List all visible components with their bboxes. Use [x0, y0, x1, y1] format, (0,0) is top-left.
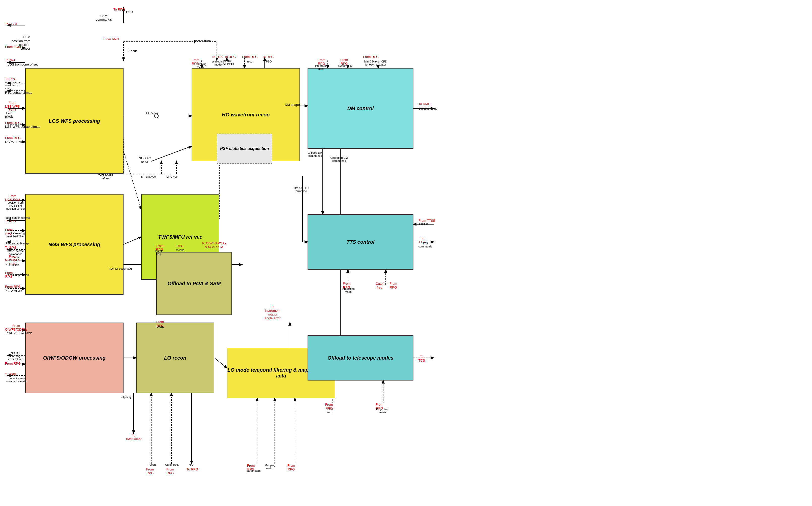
ncpa-ref-ngs-label: NCPA ref vec	[6, 289, 22, 292]
oiwfs-label: OIWFS/ODGW processing	[43, 355, 106, 361]
ngs-fsm-pos-label: position fromNGS FSM position sensor	[6, 201, 26, 210]
from-lgs-ccd-label: FromLGS WFSCCD	[5, 101, 20, 112]
to-rpg-noise-ngs-label: To RPG	[5, 246, 17, 249]
cutoff-freq-tel-label: Cutofffreq.	[326, 408, 333, 414]
params-lo-label: parameters	[247, 469, 261, 472]
scalloping-recon-label: scallopingrecon	[194, 63, 207, 69]
lgs-pixels-label: LGSpixels	[5, 111, 13, 118]
ncpa-ref-vec-label: NCPA ref vec	[5, 140, 24, 144]
from-ngs-fsm-label: FromNGS FSM	[5, 194, 20, 201]
twfs-label: TWFS/MFU ref vec	[158, 234, 202, 240]
recons-poa-label: recons	[176, 248, 184, 251]
from-rpg-oiwfs-label: From RPG	[5, 362, 21, 365]
proj-matrix-tts-label: Projectionmatrix	[342, 287, 355, 293]
ngs-wfs-label: NGS WFS processing	[49, 242, 100, 247]
tts-control-label: TTS control	[346, 239, 374, 245]
psf-stats-block: PSF statistics acquisition	[217, 134, 272, 164]
dm-commands-label: DM commands	[418, 107, 437, 110]
ngs-pixels-label: NGS pixels	[6, 263, 19, 266]
unclipped-dm-label: Unclipped DMcommands	[330, 156, 348, 162]
rtc-subap-ngs-label: RTC subap bitmap	[6, 242, 29, 245]
pupil-matched-filter-label: pupil centeringmatched filter	[6, 232, 26, 238]
mapping-matrix-label: Mappingmatrix	[265, 463, 275, 470]
lo-recon-label: LO recon	[164, 355, 186, 361]
lgs-trombone-label: LGS trombone offset	[8, 63, 38, 66]
psd-label-2: PSD	[266, 60, 272, 63]
from-rpg-cutoff-lo-label: FromRPG	[166, 468, 174, 475]
from-rpg-ncpa-label: From RPG	[5, 136, 21, 140]
dm-shape-label: DM shape	[285, 103, 300, 107]
from-rpg-minmax-label: From RPG	[363, 55, 379, 59]
oiwfs-block: OIWFS/ODGW processing	[25, 323, 124, 393]
clipped-dm-label: Clipped DMcommands	[308, 151, 323, 157]
from-rpg-mapping-label: FromRPG	[288, 463, 295, 471]
to-rpg-lo-label: To RPG	[186, 468, 198, 471]
lo-recon-block: LO recon	[136, 323, 214, 393]
dm-actu-lo-label: DM actu LOerror vec	[293, 186, 310, 192]
lgs-ao-label: LGS AO	[146, 111, 158, 115]
to-tcs-pupil-label: To TCS	[5, 219, 16, 223]
from-rpg-cutoff-tts2-label: FromRPG	[390, 282, 397, 289]
to-tcs-label-1: To TCS	[212, 55, 223, 59]
system-flat-label: System Flat	[338, 64, 352, 67]
tts-control-block: TTS control	[308, 214, 413, 270]
svg-line-62	[214, 358, 227, 368]
offload-poa-block: Offload to POA & SSM	[156, 252, 232, 315]
to-dme-label: To DME	[418, 102, 430, 106]
noise-inv-oiwfs-label: noise inversecovariance matrix	[6, 377, 28, 383]
cutoff-lo-label: Cutoff freq.	[165, 463, 179, 466]
to-rpg-r0-label: To RPG	[224, 55, 236, 59]
noise-inv-cov-label: noise inversecovariance matrix	[5, 81, 26, 90]
offload-telescope-label: Offload to telescope modes	[327, 355, 394, 361]
fsm-commands-label: FSMcommands	[96, 14, 112, 21]
to-tcs-telescope-label: ToTCS	[418, 355, 425, 362]
fsm-position-label: FSMposition fromposition sensor	[10, 35, 30, 51]
lgs-wfs-label: LGS WFS processing	[49, 118, 100, 124]
integrator-gain-label: integratorgain	[315, 64, 327, 70]
svg-line-37	[124, 237, 141, 244]
recon-label-1: recon	[247, 60, 254, 63]
to-ncp-label: To NCP	[5, 58, 16, 62]
lgs-wfs-subap-label: LGS WFS subap bitmap	[5, 125, 40, 129]
to-rpg-psd-label: To RPG	[262, 55, 274, 59]
to-rpg-oiwfs-label: To RPG	[5, 372, 17, 376]
tts-position-label: position	[419, 222, 428, 225]
from-rpg-recon-label: From RPG	[242, 55, 258, 59]
tip-tilt-label: Tip/Tilt/Focus/Astig	[108, 267, 132, 270]
from-rpg-subap-ngs-label: FromRPG	[5, 271, 13, 278]
twfs-mfu-ref-label: TWFS/MFUref vec	[98, 174, 113, 180]
from-oiwfs-odgw-label: FromOIWFS/ODGW	[5, 324, 27, 331]
psf-stats-label: PSF statistics acquisition	[220, 146, 269, 151]
oiwfs-pixels-label: OIWFS/ODGW pixels	[6, 331, 32, 334]
tts-commands-label: TTScommands	[418, 242, 432, 248]
pupil-centering-label: pupil centering error	[6, 216, 30, 219]
to-instrument-rotator-label: ToInstrumentrotatorangle error	[265, 305, 280, 320]
rtc-subap-label-1: RTC subap bitmap	[5, 91, 32, 94]
to-lgsf-label: To LGSF	[5, 22, 18, 26]
ellipticity-label: ellipticity	[121, 396, 132, 399]
focus-label: Focus	[129, 49, 137, 53]
dm-control-label: DM control	[347, 106, 374, 111]
dm-control-block: DM control	[308, 68, 413, 149]
from-rpg-ncpa-ngs-label: From RPG	[5, 285, 21, 288]
psd-label-1: PSD	[126, 10, 133, 14]
to-oiwfs-poa-label: To OIWFS POAs& NGS SSM	[202, 241, 226, 249]
lgs-wfs-block: LGS WFS processing	[25, 68, 124, 174]
mf-drift-vec-label: MF drift vec	[141, 175, 156, 178]
recon-lo-label: recon	[149, 463, 156, 466]
cutoff-freq-poa-label: Cutofffreq.	[155, 249, 163, 256]
to-instrument-label: ToInstrument	[126, 433, 142, 441]
proj-matrix-tel-label: Projectionmatrix	[376, 408, 389, 414]
from-rpg-lo-recon-label: FromRPG	[146, 468, 154, 475]
from-rpg-label-1: From RPG	[103, 37, 119, 41]
ncpa-pointing-label: NCPA + pointingerror ref vec	[6, 351, 26, 361]
psd-lo-label: PSD	[188, 463, 193, 466]
svg-line-12	[151, 146, 191, 161]
ho-recon-label: HO wavefront recon	[222, 112, 270, 118]
rpg-recons-poa-label: RPG	[176, 244, 183, 248]
from-rpg-subap-label: From RPG	[5, 121, 21, 125]
parameters-label: parameters	[194, 39, 211, 43]
to-rpg-covariance-label: To RPG	[5, 77, 17, 81]
from-ttse-label: From TTSE	[418, 219, 435, 223]
r0-cn2-label: r0 andCn2 profile	[221, 59, 234, 65]
